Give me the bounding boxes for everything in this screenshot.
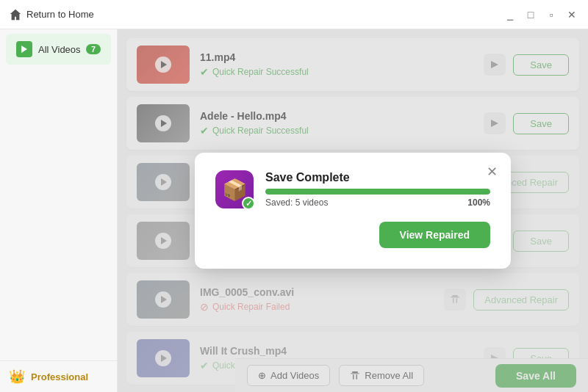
sidebar-badge: 7 [86,44,101,54]
modal-saved-text: Saved: 5 videos [265,197,328,208]
all-videos-icon [16,41,32,57]
modal-percent: 100% [467,197,490,208]
video-icon [19,44,29,54]
modal-title-area: Save Complete Saved: 5 videos 100% [265,171,490,208]
modal-progress-row: Saved: 5 videos 100% [265,197,490,208]
modal-overlay: ✕ 📦 ✓ Save Complete Saved [118,29,588,392]
modal-footer: View Repaired [215,222,490,248]
pro-icon: 👑 [9,369,25,385]
sidebar-item-all-videos[interactable]: All Videos 7 [6,34,111,65]
sidebar: All Videos 7 👑 Professional [0,29,118,392]
minimize-button[interactable]: ⎯ [503,7,517,22]
modal-progress-bar-fill [265,189,490,195]
sidebar-item-label: All Videos [38,44,81,55]
modal-icon-container: 📦 ✓ [215,170,254,208]
modal-close-button[interactable]: ✕ [483,163,501,181]
save-complete-modal: ✕ 📦 ✓ Save Complete Saved [195,153,511,269]
modal-title: Save Complete [265,171,490,184]
modal-header: 📦 ✓ Save Complete Saved: 5 videos 100% [215,170,490,208]
modal-progress-bar-bg [265,189,490,195]
content-area: 11.mp4 ✔ Quick Repair Successful Save Ad… [118,29,588,392]
title-bar: Return to Home ⎯ □ ▫ ✕ [0,0,588,29]
maximize-button[interactable]: □ [523,7,538,22]
close-button[interactable]: ✕ [564,7,579,22]
restore-button[interactable]: ▫ [544,7,559,22]
pro-label: Professional [31,371,88,382]
view-repaired-button[interactable]: View Repaired [379,222,490,248]
home-icon [9,8,22,21]
svg-marker-0 [21,46,27,53]
window-controls: ⎯ □ ▫ ✕ [503,7,579,22]
home-label: Return to Home [26,9,94,20]
return-to-home-button[interactable]: Return to Home [9,8,94,21]
modal-check-badge: ✓ [242,197,255,210]
professional-button[interactable]: 👑 Professional [0,360,117,392]
main-layout: All Videos 7 👑 Professional 11.mp4 ✔ Qui… [0,29,588,392]
